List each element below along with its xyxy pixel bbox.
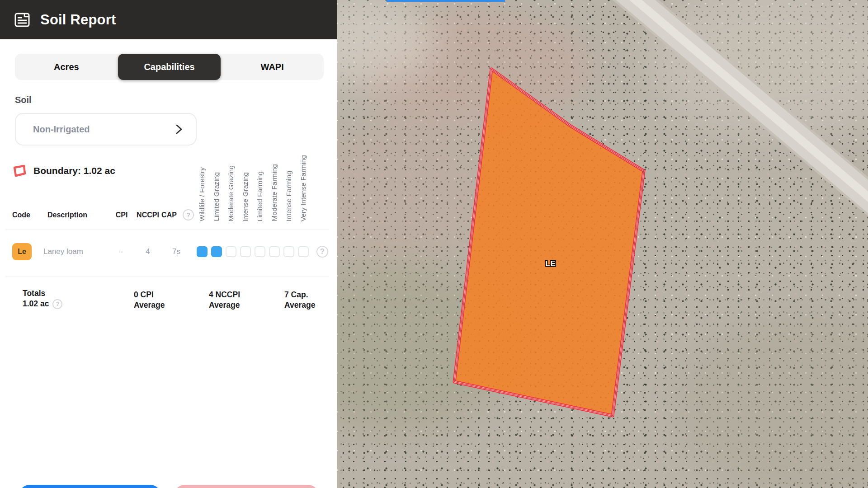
- capability-cell-limited-grazing: [211, 246, 222, 257]
- boundary-polygon-icon: [12, 164, 27, 178]
- capability-cell-intense-grazing: [240, 246, 251, 257]
- header-code: Code: [12, 211, 30, 219]
- soil-report-app: Soil Report Acres Capabilities WAPI Soil…: [0, 0, 868, 488]
- tab-acres[interactable]: Acres: [15, 54, 118, 80]
- report-tabs: Acres Capabilities WAPI: [15, 54, 324, 80]
- soil-cpi-value: -: [108, 247, 135, 256]
- irrigation-select[interactable]: Non-Irrigated: [15, 113, 197, 145]
- chevron-right-icon: [176, 124, 182, 135]
- table-header-row: Code Description CPI NCCPI CAP: [0, 209, 337, 222]
- totals-cap-value: 7 Cap.: [284, 290, 315, 300]
- soil-report-panel: Soil Report Acres Capabilities WAPI Soil…: [0, 0, 337, 488]
- soil-section-label: Soil: [15, 95, 32, 105]
- panel-header: Soil Report: [0, 0, 337, 39]
- row-help-icon[interactable]: ?: [316, 246, 328, 258]
- header-cpi: CPI: [108, 211, 135, 219]
- map-overlay: LE: [337, 0, 868, 488]
- capability-cell-limited-farming: [255, 246, 265, 257]
- soil-nccpi-value: 4: [132, 247, 164, 256]
- soil-code-badge: Le: [12, 243, 32, 260]
- map[interactable]: LE: [337, 0, 868, 488]
- capability-cell-moderate-farming: [269, 246, 280, 257]
- parcel-label: LE: [545, 259, 556, 268]
- totals-label: Totals: [23, 288, 62, 299]
- capability-cell-intense-farming: [283, 246, 294, 257]
- totals-area: 1.02 ac: [23, 299, 49, 309]
- totals-help-icon[interactable]: ?: [52, 299, 62, 309]
- totals-cap-label: Average: [284, 300, 315, 310]
- page-title: Soil Report: [40, 12, 116, 28]
- totals-nccpi-value: 4 NCCPI: [209, 290, 240, 300]
- irrigation-select-value: Non-Irrigated: [33, 124, 90, 135]
- tab-capabilities[interactable]: Capabilities: [118, 54, 221, 80]
- capability-cell-very-intense-farming: [298, 246, 309, 257]
- boundary-summary: Boundary: 1.02 ac: [12, 163, 115, 179]
- boundary-acreage: Boundary: 1.02 ac: [33, 165, 115, 176]
- danger-action-button[interactable]: [175, 485, 318, 488]
- report-icon: [14, 12, 30, 28]
- capability-cells: [195, 246, 311, 257]
- totals-row: Totals 1.02 ac ? 0 CPI Average 4 NCCPI A…: [0, 288, 337, 315]
- divider: [5, 277, 329, 277]
- capability-cell-wildlife-forestry: [197, 246, 208, 257]
- tab-wapi[interactable]: WAPI: [221, 54, 324, 80]
- header-description: Description: [47, 211, 87, 219]
- soil-description: Laney loam: [43, 247, 83, 256]
- table-row: Le Laney loam - 4 7s ?: [0, 241, 337, 263]
- divider: [5, 230, 329, 230]
- totals-cpi-value: 0 CPI: [134, 290, 165, 300]
- soil-cap-value: 7s: [163, 247, 190, 256]
- totals-nccpi-label: Average: [209, 300, 240, 310]
- capability-cell-moderate-grazing: [226, 246, 236, 257]
- header-cap: CAP: [156, 211, 183, 219]
- cap-help-icon[interactable]: ?: [183, 209, 194, 221]
- totals-cpi-label: Average: [134, 300, 165, 310]
- map-polyline-blue: [387, 0, 505, 2]
- primary-action-button[interactable]: [19, 485, 160, 488]
